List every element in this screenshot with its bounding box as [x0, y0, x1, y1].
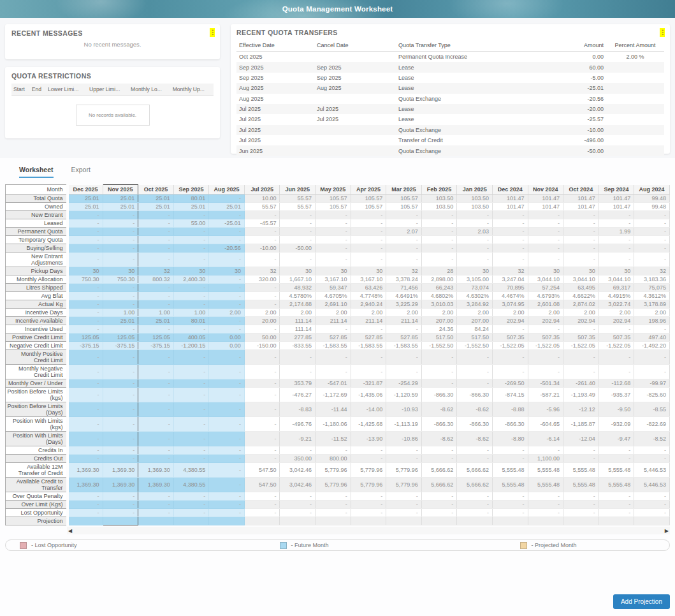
grid-cell[interactable] [386, 517, 422, 525]
grid-cell[interactable]: - [138, 365, 174, 379]
grid-cell[interactable]: - [138, 417, 174, 432]
grid-cell[interactable]: - [421, 228, 457, 236]
grid-cell[interactable]: 507.35 [492, 334, 528, 342]
grid-cell[interactable]: - [173, 402, 209, 417]
grid-cell[interactable]: 5,779.96 [386, 463, 422, 478]
grid-cell[interactable]: 71,456 [386, 284, 422, 292]
grid-cell[interactable]: - [244, 432, 280, 446]
grid-cell[interactable]: - [492, 253, 528, 267]
grid-cell[interactable]: 28 [421, 267, 457, 275]
grid-cell[interactable]: 48,932 [280, 284, 316, 292]
grid-cell[interactable]: 750.30 [68, 275, 103, 284]
grid-cell[interactable]: - [386, 236, 422, 244]
grid-cell[interactable]: 32 [492, 267, 528, 275]
grid-cell[interactable]: -99.97 [634, 379, 670, 388]
tab-worksheet[interactable]: Worksheet [19, 166, 54, 178]
grid-cell[interactable]: - [173, 455, 209, 463]
grid-cell[interactable]: - [563, 350, 599, 365]
grid-cell[interactable]: -269.50 [492, 379, 528, 388]
grid-cell[interactable]: 105.57 [386, 194, 422, 203]
grid-cell[interactable]: 101.47 [599, 194, 634, 203]
grid-cell[interactable]: - [599, 253, 634, 267]
grid-cell[interactable]: -14.00 [351, 402, 386, 417]
grid-cell[interactable]: 2.07 [386, 228, 422, 236]
grid-cell[interactable]: -8.62 [457, 432, 493, 446]
grid-cell[interactable]: - [138, 236, 174, 244]
grid-cell[interactable]: - [68, 253, 103, 267]
grid-cell[interactable]: - [103, 365, 138, 379]
grid-cell[interactable]: - [138, 446, 174, 455]
grid-cell[interactable]: 105.57 [316, 194, 351, 203]
grid-cell[interactable]: 25.01 [138, 194, 174, 203]
grid-cell[interactable]: 211.14 [386, 317, 422, 325]
grid-cell[interactable]: - [634, 350, 670, 365]
grid-cell[interactable]: - [492, 219, 528, 228]
grid-cell[interactable]: -935.37 [599, 388, 634, 402]
grid-cell[interactable]: -11.52 [316, 432, 351, 446]
grid-cell[interactable]: 2.00 [386, 309, 422, 317]
grid-cell[interactable]: 5,555.48 [563, 478, 599, 492]
grid-cell[interactable]: 5,555.48 [492, 478, 528, 492]
grid-cell[interactable]: -1,583.55 [351, 342, 386, 350]
grid-cell[interactable]: - [599, 219, 634, 228]
grid-cell[interactable]: - [68, 388, 103, 402]
grid-cell[interactable]: - [209, 501, 245, 509]
transfers-row[interactable]: Oct 2025Permanent Quota Increase0.002.00… [236, 52, 664, 62]
grid-cell[interactable]: -866.30 [421, 388, 457, 402]
grid-cell[interactable]: - [68, 292, 103, 300]
grid-cell[interactable]: - [138, 501, 174, 509]
grid-cell[interactable]: - [634, 325, 670, 334]
grid-cell[interactable]: -1,522.05 [528, 342, 563, 350]
grid-cell[interactable]: - [599, 509, 634, 517]
grid-cell[interactable]: 1,369.30 [138, 463, 174, 478]
grid-cell[interactable]: -1,180.06 [316, 417, 351, 432]
grid-cell[interactable]: -50.00 [280, 244, 316, 253]
grid-cell[interactable]: 30 [173, 267, 209, 275]
grid-cell[interactable]: - [599, 492, 634, 501]
grid-cell[interactable]: - [280, 492, 316, 501]
grid-cell[interactable]: - [173, 350, 209, 365]
grid-cell[interactable]: 84.24 [457, 325, 493, 334]
month-column-header[interactable]: Oct 2024 [563, 185, 599, 194]
grid-cell[interactable]: 1,369.30 [138, 478, 174, 492]
month-column-header[interactable]: Nov 2025 [103, 185, 138, 194]
grid-cell[interactable]: - [492, 446, 528, 455]
grid-cell[interactable]: 25.01 [209, 203, 245, 211]
grid-cell[interactable]: 517.50 [421, 334, 457, 342]
grid-cell[interactable]: - [280, 236, 316, 244]
grid-cell[interactable]: - [68, 350, 103, 365]
grid-cell[interactable]: 3,074.95 [492, 300, 528, 309]
month-column-header[interactable]: Apr 2025 [351, 185, 386, 194]
grid-cell[interactable]: - [351, 365, 386, 379]
grid-cell[interactable] [492, 517, 528, 525]
grid-cell[interactable]: - [421, 365, 457, 379]
grid-cell[interactable]: -866.30 [492, 417, 528, 432]
grid-cell[interactable]: -261.40 [563, 379, 599, 388]
grid-cell[interactable]: - [457, 253, 493, 267]
grid-cell[interactable]: - [244, 446, 280, 455]
grid-cell[interactable]: - [68, 432, 103, 446]
grid-cell[interactable]: 2.00 [351, 309, 386, 317]
grid-cell[interactable]: 24.36 [421, 325, 457, 334]
grid-cell[interactable]: 101.47 [492, 194, 528, 203]
grid-cell[interactable] [68, 517, 103, 525]
grid-cell[interactable]: - [138, 219, 174, 228]
grid-cell[interactable]: 101.47 [563, 203, 599, 211]
grid-cell[interactable]: - [316, 350, 351, 365]
grid-cell[interactable]: - [528, 350, 563, 365]
grid-cell[interactable]: 0.00 [209, 342, 245, 350]
grid-cell[interactable]: 350.00 [280, 455, 316, 463]
grid-cell[interactable]: - [634, 501, 670, 509]
grid-cell[interactable]: - [351, 492, 386, 501]
grid-cell[interactable]: - [138, 211, 174, 219]
grid-cell[interactable]: - [103, 350, 138, 365]
grid-cell[interactable]: - [528, 211, 563, 219]
grid-cell[interactable]: - [103, 253, 138, 267]
grid-cell[interactable]: 5,779.96 [351, 478, 386, 492]
grid-cell[interactable]: - [244, 388, 280, 402]
grid-cell[interactable]: 1.00 [103, 309, 138, 317]
grid-cell[interactable]: 4.4674% [492, 292, 528, 300]
grid-cell[interactable]: - [634, 365, 670, 379]
grid-cell[interactable]: 4.6622% [563, 292, 599, 300]
grid-cell[interactable]: 4.7748% [351, 292, 386, 300]
